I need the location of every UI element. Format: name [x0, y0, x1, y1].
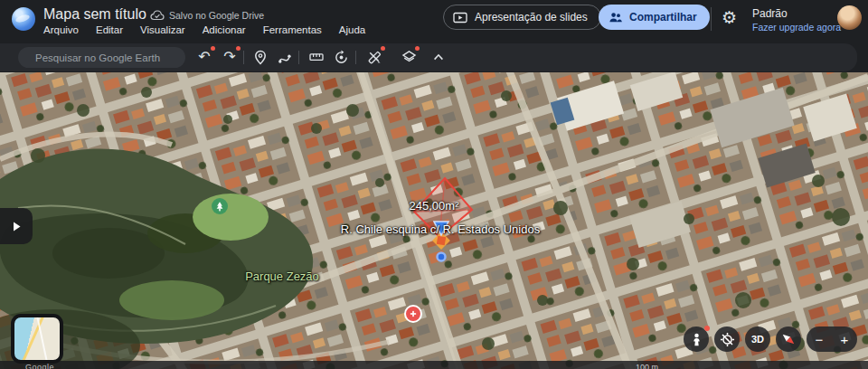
ruler-icon: [309, 50, 324, 64]
measure-button[interactable]: [306, 46, 327, 68]
save-status-text: Salvo no Google Drive: [169, 10, 264, 21]
slideshow-icon: [453, 12, 467, 24]
cross-icon: [409, 309, 418, 318]
header-divider: [711, 7, 712, 31]
settings-gear-icon[interactable]: ⚙: [722, 9, 737, 26]
google-earth-logo-icon[interactable]: [12, 7, 35, 31]
creation-tools-button[interactable]: [363, 46, 385, 68]
zoom-controls: − +: [807, 326, 857, 352]
area-measurement-label: 245,00m²: [410, 199, 459, 213]
cloud-saved-icon: [150, 9, 165, 22]
toolbar-separator: [243, 51, 244, 64]
redo-notification-dot: [236, 46, 241, 51]
menu-ferramentas[interactable]: Ferramentas: [263, 24, 322, 35]
layers-notification-dot: [415, 46, 420, 51]
layers-button[interactable]: [398, 46, 420, 68]
map-controls: 3D − +: [684, 326, 857, 352]
pegman-icon: [690, 332, 703, 347]
upgrade-link[interactable]: Fazer upgrade agora: [752, 22, 841, 33]
pegman-notification-dot: [704, 326, 710, 331]
draw-path-button[interactable]: [274, 46, 296, 68]
pegman-button[interactable]: [684, 326, 709, 352]
compass-icon: [780, 331, 797, 347]
map-style-thumbnail[interactable]: [11, 314, 63, 364]
corner-street-label: R. Chile esquina c/ R. Estados Unidos: [341, 222, 540, 236]
search-box[interactable]: [18, 47, 185, 68]
play-arrow-icon: [13, 222, 21, 232]
google-watermark: Google: [25, 363, 54, 369]
slideshow-button-label: Apresentação de slides: [475, 11, 588, 24]
zoom-out-button[interactable]: −: [812, 333, 827, 346]
toolbar-separator: [355, 51, 356, 64]
tree-icon: [214, 201, 225, 213]
undo-notification-dot: [211, 46, 215, 51]
account-info: Padrão Fazer upgrade agora: [752, 7, 841, 33]
health-poi-marker[interactable]: [404, 305, 422, 323]
placemark-pin-icon: [253, 50, 268, 65]
menu-bar: Arquivo Editar Visualizar Adicionar Ferr…: [43, 24, 365, 35]
layers-icon: [401, 50, 417, 64]
path-route-icon: [278, 50, 292, 64]
add-placemark-button[interactable]: [250, 46, 271, 68]
tools-notification-dot: [381, 46, 385, 51]
undo-icon: ↶: [198, 50, 210, 64]
header-bar: Mapa sem título Salvo no Google Drive Ar…: [0, 0, 868, 43]
search-input[interactable]: [33, 52, 176, 64]
toolbar: ↶ ↷: [0, 43, 857, 71]
map-canvas[interactable]: 245,00m² R. Chile esquina c/ R. Estados …: [0, 72, 868, 369]
my-location-button[interactable]: [714, 326, 740, 352]
account-plan-label: Padrão: [752, 7, 841, 20]
redo-icon: ↷: [223, 50, 235, 64]
menu-editar[interactable]: Editar: [96, 24, 123, 35]
people-icon: [609, 11, 623, 24]
lot-polygon-overlay[interactable]: [0, 72, 868, 369]
attribution-bar: Google 100 m: [0, 361, 868, 369]
share-button-label: Compartilhar: [629, 11, 697, 24]
toggle-3d-button[interactable]: 3D: [745, 326, 770, 352]
map-title[interactable]: Mapa sem título: [43, 6, 146, 23]
menu-adicionar[interactable]: Adicionar: [203, 24, 246, 35]
save-status: Salvo no Google Drive: [150, 9, 264, 22]
share-button[interactable]: Compartilhar: [599, 5, 710, 30]
redo-button[interactable]: ↷: [219, 46, 241, 68]
undo-button[interactable]: ↶: [193, 46, 215, 68]
zoom-in-button[interactable]: +: [837, 333, 853, 346]
orbit-icon: [334, 50, 349, 65]
park-name-label: Parque Zezão: [245, 270, 319, 283]
menu-arquivo[interactable]: Arquivo: [43, 24, 79, 35]
toolbar-separator: [298, 51, 299, 64]
user-avatar[interactable]: [837, 5, 862, 30]
orbit-360-button[interactable]: [330, 46, 352, 68]
google-earth-app: Mapa sem título Salvo no Google Drive Ar…: [0, 0, 868, 369]
blue-dot-marker[interactable]: [438, 253, 446, 261]
slideshow-button[interactable]: Apresentação de slides: [443, 5, 601, 30]
collapse-toolbar-button[interactable]: [428, 46, 449, 68]
tools-icon: [367, 50, 382, 65]
menu-ajuda[interactable]: Ajuda: [339, 24, 365, 35]
menu-visualizar[interactable]: Visualizar: [140, 24, 185, 35]
compass-button[interactable]: [776, 326, 801, 352]
expand-sidebar-tab[interactable]: [0, 208, 33, 244]
chevron-up-icon: [432, 52, 445, 62]
scale-label: 100 m: [636, 363, 658, 369]
park-poi-marker[interactable]: [212, 198, 228, 214]
location-off-icon: [720, 332, 735, 347]
